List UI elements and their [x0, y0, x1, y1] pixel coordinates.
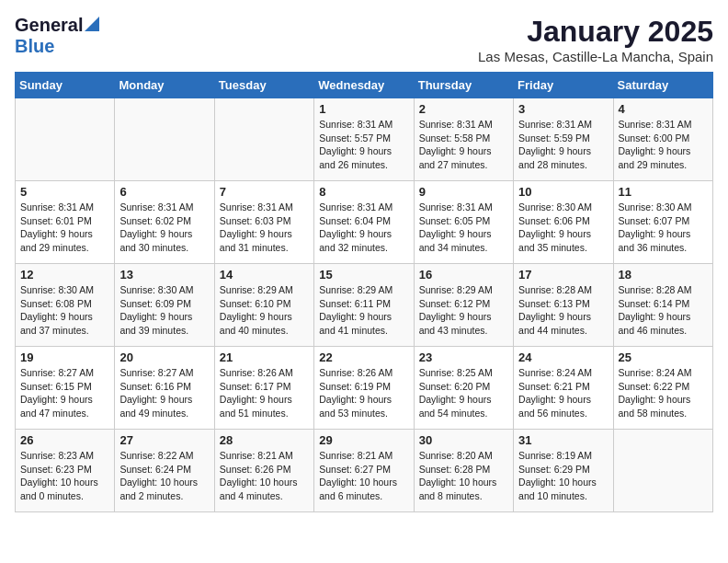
day-info: Sunrise: 8:25 AM Sunset: 6:20 PM Dayligh… — [419, 366, 508, 420]
calendar-cell: 7Sunrise: 8:31 AM Sunset: 6:03 PM Daylig… — [214, 181, 313, 264]
calendar-cell: 5Sunrise: 8:31 AM Sunset: 6:01 PM Daylig… — [16, 181, 115, 264]
calendar-week-1: 1Sunrise: 8:31 AM Sunset: 5:57 PM Daylig… — [16, 98, 713, 181]
calendar-week-5: 26Sunrise: 8:23 AM Sunset: 6:23 PM Dayli… — [16, 430, 713, 512]
day-number: 15 — [319, 268, 408, 282]
calendar-cell: 18Sunrise: 8:28 AM Sunset: 6:14 PM Dayli… — [613, 264, 712, 347]
day-number: 3 — [518, 102, 608, 116]
day-number: 9 — [419, 185, 508, 199]
calendar-cell: 11Sunrise: 8:30 AM Sunset: 6:07 PM Dayli… — [613, 181, 712, 264]
calendar-cell: 3Sunrise: 8:31 AM Sunset: 5:59 PM Daylig… — [514, 98, 613, 181]
header-cell-saturday: Saturday — [613, 73, 712, 98]
day-info: Sunrise: 8:27 AM Sunset: 6:15 PM Dayligh… — [20, 366, 109, 420]
day-info: Sunrise: 8:26 AM Sunset: 6:19 PM Dayligh… — [319, 366, 408, 420]
header-cell-friday: Friday — [514, 73, 613, 98]
day-info: Sunrise: 8:31 AM Sunset: 6:02 PM Dayligh… — [119, 201, 209, 255]
calendar-cell: 27Sunrise: 8:22 AM Sunset: 6:24 PM Dayli… — [115, 430, 214, 512]
day-number: 26 — [20, 433, 109, 447]
day-number: 12 — [20, 268, 109, 282]
calendar-week-2: 5Sunrise: 8:31 AM Sunset: 6:01 PM Daylig… — [16, 181, 713, 264]
day-number: 16 — [419, 268, 508, 282]
day-number: 28 — [220, 433, 309, 447]
day-number: 21 — [220, 350, 309, 364]
calendar-cell: 15Sunrise: 8:29 AM Sunset: 6:11 PM Dayli… — [314, 264, 414, 347]
logo-arrow-icon — [85, 17, 99, 35]
day-number: 29 — [319, 433, 408, 447]
calendar-cell: 16Sunrise: 8:29 AM Sunset: 6:12 PM Dayli… — [414, 264, 513, 347]
header-row: SundayMondayTuesdayWednesdayThursdayFrid… — [16, 73, 713, 98]
day-info: Sunrise: 8:21 AM Sunset: 6:26 PM Dayligh… — [220, 449, 309, 503]
day-number: 13 — [119, 268, 209, 282]
calendar-cell: 25Sunrise: 8:24 AM Sunset: 6:22 PM Dayli… — [613, 347, 712, 430]
day-number: 5 — [20, 185, 109, 199]
calendar-cell: 23Sunrise: 8:25 AM Sunset: 6:20 PM Dayli… — [414, 347, 513, 430]
calendar-cell: 6Sunrise: 8:31 AM Sunset: 6:02 PM Daylig… — [115, 181, 214, 264]
calendar-cell: 12Sunrise: 8:30 AM Sunset: 6:08 PM Dayli… — [16, 264, 115, 347]
day-number: 4 — [619, 102, 708, 116]
calendar-cell: 31Sunrise: 8:19 AM Sunset: 6:29 PM Dayli… — [514, 430, 613, 512]
logo: General Blue — [15, 15, 99, 57]
calendar-header: SundayMondayTuesdayWednesdayThursdayFrid… — [16, 73, 713, 98]
day-info: Sunrise: 8:28 AM Sunset: 6:14 PM Dayligh… — [619, 283, 708, 338]
day-number: 11 — [619, 185, 708, 199]
calendar-cell: 13Sunrise: 8:30 AM Sunset: 6:09 PM Dayli… — [115, 264, 214, 347]
day-number: 31 — [518, 433, 608, 447]
header-cell-thursday: Thursday — [414, 73, 513, 98]
day-info: Sunrise: 8:26 AM Sunset: 6:17 PM Dayligh… — [220, 366, 309, 420]
day-info: Sunrise: 8:30 AM Sunset: 6:07 PM Dayligh… — [619, 201, 708, 255]
day-info: Sunrise: 8:31 AM Sunset: 6:01 PM Dayligh… — [20, 201, 109, 255]
day-number: 23 — [419, 350, 508, 364]
calendar-cell: 1Sunrise: 8:31 AM Sunset: 5:57 PM Daylig… — [314, 98, 414, 181]
day-number: 14 — [220, 268, 309, 282]
day-info: Sunrise: 8:20 AM Sunset: 6:28 PM Dayligh… — [419, 449, 508, 503]
day-number: 19 — [20, 350, 109, 364]
calendar-cell — [613, 430, 712, 512]
calendar-cell: 8Sunrise: 8:31 AM Sunset: 6:04 PM Daylig… — [314, 181, 414, 264]
calendar-cell: 24Sunrise: 8:24 AM Sunset: 6:21 PM Dayli… — [514, 347, 613, 430]
calendar-cell — [16, 98, 115, 181]
calendar-week-3: 12Sunrise: 8:30 AM Sunset: 6:08 PM Dayli… — [16, 264, 713, 347]
day-info: Sunrise: 8:24 AM Sunset: 6:22 PM Dayligh… — [619, 366, 708, 420]
calendar-cell: 20Sunrise: 8:27 AM Sunset: 6:16 PM Dayli… — [115, 347, 214, 430]
header-cell-tuesday: Tuesday — [214, 73, 313, 98]
day-number: 1 — [319, 102, 408, 116]
day-number: 30 — [419, 433, 508, 447]
day-number: 18 — [619, 268, 708, 282]
day-info: Sunrise: 8:28 AM Sunset: 6:13 PM Dayligh… — [518, 283, 608, 338]
day-info: Sunrise: 8:29 AM Sunset: 6:10 PM Dayligh… — [220, 283, 309, 338]
day-number: 17 — [518, 268, 608, 282]
day-info: Sunrise: 8:29 AM Sunset: 6:12 PM Dayligh… — [419, 283, 508, 338]
day-info: Sunrise: 8:30 AM Sunset: 6:06 PM Dayligh… — [518, 201, 608, 255]
month-title: January 2025 — [478, 15, 713, 49]
day-info: Sunrise: 8:31 AM Sunset: 5:58 PM Dayligh… — [419, 118, 508, 172]
day-info: Sunrise: 8:31 AM Sunset: 5:57 PM Dayligh… — [319, 118, 408, 172]
calendar-cell: 22Sunrise: 8:26 AM Sunset: 6:19 PM Dayli… — [314, 347, 414, 430]
calendar-cell: 17Sunrise: 8:28 AM Sunset: 6:13 PM Dayli… — [514, 264, 613, 347]
location-title: Las Mesas, Castille-La Mancha, Spain — [478, 49, 713, 64]
logo-blue-text: Blue — [15, 36, 54, 56]
calendar-week-4: 19Sunrise: 8:27 AM Sunset: 6:15 PM Dayli… — [16, 347, 713, 430]
header: General Blue January 2025 Las Mesas, Cas… — [15, 15, 713, 64]
day-number: 6 — [119, 185, 209, 199]
day-info: Sunrise: 8:29 AM Sunset: 6:11 PM Dayligh… — [319, 283, 408, 338]
calendar-cell: 29Sunrise: 8:21 AM Sunset: 6:27 PM Dayli… — [314, 430, 414, 512]
day-info: Sunrise: 8:30 AM Sunset: 6:08 PM Dayligh… — [20, 283, 109, 338]
svg-marker-0 — [85, 17, 99, 31]
calendar-cell: 10Sunrise: 8:30 AM Sunset: 6:06 PM Dayli… — [514, 181, 613, 264]
day-info: Sunrise: 8:31 AM Sunset: 6:04 PM Dayligh… — [319, 201, 408, 255]
calendar-cell: 4Sunrise: 8:31 AM Sunset: 6:00 PM Daylig… — [613, 98, 712, 181]
day-info: Sunrise: 8:31 AM Sunset: 6:05 PM Dayligh… — [419, 201, 508, 255]
day-info: Sunrise: 8:30 AM Sunset: 6:09 PM Dayligh… — [119, 283, 209, 338]
day-info: Sunrise: 8:19 AM Sunset: 6:29 PM Dayligh… — [518, 449, 608, 503]
calendar-cell: 26Sunrise: 8:23 AM Sunset: 6:23 PM Dayli… — [16, 430, 115, 512]
day-number: 22 — [319, 350, 408, 364]
day-number: 7 — [220, 185, 309, 199]
day-number: 8 — [319, 185, 408, 199]
day-info: Sunrise: 8:24 AM Sunset: 6:21 PM Dayligh… — [518, 366, 608, 420]
calendar-cell: 9Sunrise: 8:31 AM Sunset: 6:05 PM Daylig… — [414, 181, 513, 264]
title-area: January 2025 Las Mesas, Castille-La Manc… — [478, 15, 713, 64]
day-number: 27 — [119, 433, 209, 447]
calendar-cell: 30Sunrise: 8:20 AM Sunset: 6:28 PM Dayli… — [414, 430, 513, 512]
logo-general-text: General — [15, 15, 83, 36]
calendar-body: 1Sunrise: 8:31 AM Sunset: 5:57 PM Daylig… — [16, 98, 713, 512]
header-cell-monday: Monday — [115, 73, 214, 98]
